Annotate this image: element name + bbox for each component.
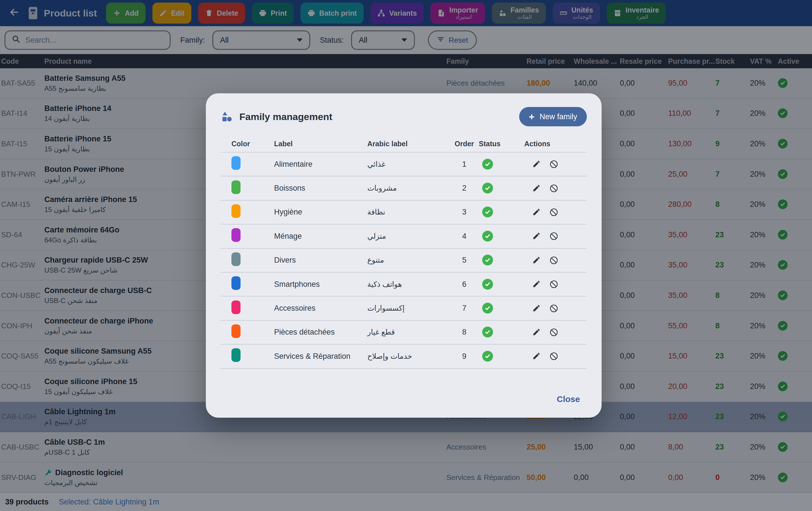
family-color-swatch [231, 324, 240, 338]
family-column-header: Order [450, 140, 479, 148]
family-order: 9 [450, 352, 479, 361]
family-order: 3 [450, 208, 479, 217]
disable-family-button[interactable] [549, 232, 558, 241]
new-family-button[interactable]: + New family [519, 107, 587, 126]
disable-family-button[interactable] [549, 280, 558, 289]
family-row: Accessoires إكسسوارات 7 [221, 296, 587, 320]
family-order: 5 [450, 256, 479, 265]
status-active-icon [482, 207, 493, 217]
family-order: 6 [450, 280, 479, 289]
status-active-icon [482, 303, 493, 314]
edit-family-button[interactable] [532, 232, 541, 241]
close-modal-button[interactable]: Close [557, 394, 580, 404]
disable-family-button[interactable] [549, 184, 558, 193]
family-label: Hygiène [274, 208, 367, 217]
edit-family-button[interactable] [532, 328, 541, 337]
status-active-icon [482, 351, 493, 361]
family-color-swatch [231, 228, 240, 242]
edit-family-button[interactable] [532, 208, 541, 217]
disable-family-button[interactable] [549, 208, 558, 217]
family-management-modal: Family management + New family ColorLabe… [206, 93, 602, 418]
family-row: Services & Réparation خدمات وإصلاح 9 [221, 345, 587, 369]
family-order: 8 [450, 328, 479, 337]
edit-family-button[interactable] [532, 256, 541, 265]
family-column-header: Status [479, 140, 524, 148]
edit-family-button[interactable] [532, 352, 541, 361]
disable-family-button[interactable] [549, 160, 558, 169]
family-row: Smartphones هواتف ذكية 6 [221, 273, 587, 296]
disable-family-button[interactable] [549, 304, 558, 313]
disable-family-button[interactable] [549, 352, 558, 361]
family-arabic-label: قطع غيار [367, 328, 450, 337]
family-column-header: Actions [524, 140, 587, 148]
family-arabic-label: هواتف ذكية [367, 280, 450, 289]
status-active-icon [482, 279, 493, 290]
family-label: Divers [274, 256, 367, 265]
family-color-swatch [231, 300, 240, 314]
status-active-icon [482, 254, 493, 266]
family-column-header: Label [274, 140, 367, 148]
family-arabic-label: خدمات وإصلاح [367, 352, 450, 361]
family-color-swatch [231, 252, 240, 266]
family-arabic-label: متنوع [367, 256, 450, 265]
family-label: Accessoires [274, 304, 367, 313]
family-label: Ménage [274, 232, 367, 241]
family-color-swatch [231, 180, 240, 194]
edit-family-button[interactable] [532, 280, 541, 289]
family-arabic-label: إكسسوارات [367, 304, 450, 313]
family-row: Alimentaire غذائي 1 [221, 153, 587, 177]
family-color-swatch [231, 348, 240, 362]
family-order: 7 [450, 304, 479, 313]
family-row: Pièces détachées قطع غيار 8 [221, 321, 587, 345]
family-color-swatch [231, 156, 240, 170]
edit-family-button[interactable] [532, 304, 541, 313]
family-row: Boissons مشروبات 2 [221, 177, 587, 200]
family-row: Divers متنوع 5 [221, 249, 587, 273]
shapes-icon [221, 110, 233, 123]
status-active-icon [482, 231, 493, 242]
status-active-icon [482, 183, 493, 193]
family-row: Ménage منزلي 4 [221, 224, 587, 248]
family-order: 1 [450, 160, 479, 169]
family-arabic-label: منزلي [367, 232, 450, 241]
family-rows: Alimentaire غذائي 1 Boissons مشروبات 2 H… [221, 153, 587, 369]
edit-family-button[interactable] [532, 184, 541, 193]
family-arabic-label: مشروبات [367, 184, 450, 193]
family-label: Services & Réparation [274, 352, 367, 361]
edit-family-button[interactable] [532, 160, 541, 169]
modal-title: Family management [239, 111, 332, 122]
family-column-header: Arabic label [367, 140, 450, 148]
family-row: Hygiène نظافة 3 [221, 200, 587, 224]
family-table-header: ColorLabelArabic labelOrderStatusActions [221, 135, 587, 153]
family-order: 4 [450, 232, 479, 241]
status-active-icon [482, 159, 493, 169]
family-label: Pièces détachées [274, 328, 367, 337]
disable-family-button[interactable] [549, 256, 558, 265]
family-label: Alimentaire [274, 160, 367, 169]
family-color-swatch [231, 276, 240, 290]
family-color-swatch [231, 204, 240, 218]
family-arabic-label: غذائي [367, 160, 450, 169]
family-column-header: Color [231, 140, 274, 148]
plus-icon: + [529, 112, 534, 122]
family-label: Boissons [274, 184, 367, 193]
family-arabic-label: نظافة [367, 208, 450, 217]
family-order: 2 [450, 184, 479, 193]
family-label: Smartphones [274, 280, 367, 289]
disable-family-button[interactable] [549, 328, 558, 337]
new-family-label: New family [540, 112, 577, 121]
status-active-icon [482, 327, 493, 338]
